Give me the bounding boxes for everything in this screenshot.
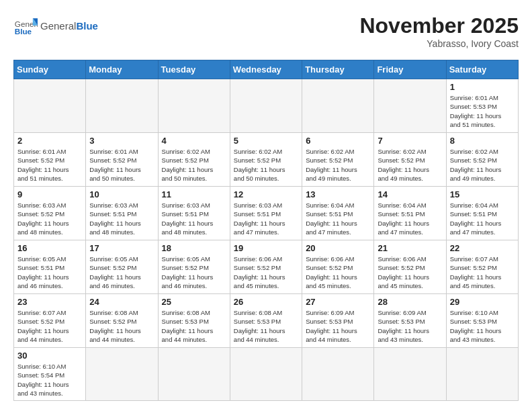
day-info: Sunrise: 6:05 AM Sunset: 5:52 PM Dayligh… <box>162 255 226 290</box>
calendar-day-cell <box>374 79 446 133</box>
day-number: 3 <box>89 136 154 146</box>
day-number: 8 <box>450 136 515 146</box>
day-info: Sunrise: 6:02 AM Sunset: 5:52 PM Dayligh… <box>162 147 226 183</box>
day-number: 26 <box>234 297 298 307</box>
calendar-day-cell: 24Sunrise: 6:08 AM Sunset: 5:52 PM Dayli… <box>86 294 158 348</box>
calendar-day-cell <box>302 348 374 401</box>
calendar-day-cell <box>14 79 86 133</box>
day-info: Sunrise: 6:02 AM Sunset: 5:52 PM Dayligh… <box>450 147 515 183</box>
day-info: Sunrise: 6:09 AM Sunset: 5:53 PM Dayligh… <box>306 308 370 344</box>
day-info: Sunrise: 6:08 AM Sunset: 5:53 PM Dayligh… <box>162 308 226 344</box>
day-number: 1 <box>450 82 515 92</box>
day-header-sunday: Sunday <box>14 60 86 79</box>
calendar-day-cell: 2Sunrise: 6:01 AM Sunset: 5:52 PM Daylig… <box>14 133 86 187</box>
calendar-day-cell: 26Sunrise: 6:08 AM Sunset: 5:53 PM Dayli… <box>230 294 302 348</box>
day-info: Sunrise: 6:02 AM Sunset: 5:52 PM Dayligh… <box>234 147 298 183</box>
calendar-week-row: 1Sunrise: 6:01 AM Sunset: 5:53 PM Daylig… <box>14 79 519 133</box>
day-info: Sunrise: 6:02 AM Sunset: 5:52 PM Dayligh… <box>378 147 442 183</box>
calendar-day-cell: 29Sunrise: 6:10 AM Sunset: 5:53 PM Dayli… <box>446 294 518 348</box>
calendar-day-cell <box>302 79 374 133</box>
day-number: 21 <box>378 243 442 253</box>
day-number: 22 <box>450 243 515 253</box>
calendar-day-cell: 6Sunrise: 6:02 AM Sunset: 5:52 PM Daylig… <box>302 133 374 187</box>
day-info: Sunrise: 6:03 AM Sunset: 5:51 PM Dayligh… <box>89 201 154 236</box>
day-info: Sunrise: 6:06 AM Sunset: 5:52 PM Dayligh… <box>306 255 370 290</box>
day-number: 23 <box>17 297 82 307</box>
calendar-day-cell: 22Sunrise: 6:07 AM Sunset: 5:52 PM Dayli… <box>446 240 518 294</box>
day-number: 15 <box>450 189 515 199</box>
day-number: 12 <box>234 189 298 199</box>
calendar-day-cell: 9Sunrise: 6:03 AM Sunset: 5:52 PM Daylig… <box>14 187 86 240</box>
day-info: Sunrise: 6:07 AM Sunset: 5:52 PM Dayligh… <box>17 308 82 344</box>
calendar-day-cell: 20Sunrise: 6:06 AM Sunset: 5:52 PM Dayli… <box>302 240 374 294</box>
calendar-week-row: 30Sunrise: 6:10 AM Sunset: 5:54 PM Dayli… <box>14 348 519 401</box>
calendar-day-cell: 13Sunrise: 6:04 AM Sunset: 5:51 PM Dayli… <box>302 187 374 240</box>
day-number: 13 <box>306 189 370 199</box>
calendar-day-cell: 15Sunrise: 6:04 AM Sunset: 5:51 PM Dayli… <box>446 187 518 240</box>
calendar-day-cell: 8Sunrise: 6:02 AM Sunset: 5:52 PM Daylig… <box>446 133 518 187</box>
day-number: 7 <box>378 136 442 146</box>
logo-blue: Blue <box>76 20 98 32</box>
calendar-day-cell: 23Sunrise: 6:07 AM Sunset: 5:52 PM Dayli… <box>14 294 86 348</box>
day-number: 29 <box>450 297 515 307</box>
calendar-day-cell: 4Sunrise: 6:02 AM Sunset: 5:52 PM Daylig… <box>158 133 230 187</box>
calendar-week-row: 2Sunrise: 6:01 AM Sunset: 5:52 PM Daylig… <box>14 133 519 187</box>
calendar-day-cell <box>158 348 230 401</box>
day-number: 11 <box>162 189 226 199</box>
day-number: 4 <box>162 136 226 146</box>
calendar-day-cell: 14Sunrise: 6:04 AM Sunset: 5:51 PM Dayli… <box>374 187 446 240</box>
calendar-day-cell: 17Sunrise: 6:05 AM Sunset: 5:52 PM Dayli… <box>86 240 158 294</box>
day-number: 5 <box>234 136 298 146</box>
calendar-day-cell: 7Sunrise: 6:02 AM Sunset: 5:52 PM Daylig… <box>374 133 446 187</box>
calendar-header-row: SundayMondayTuesdayWednesdayThursdayFrid… <box>14 60 519 79</box>
day-info: Sunrise: 6:08 AM Sunset: 5:53 PM Dayligh… <box>234 308 298 344</box>
day-number: 14 <box>378 189 442 199</box>
day-info: Sunrise: 6:01 AM Sunset: 5:53 PM Dayligh… <box>450 93 515 129</box>
day-info: Sunrise: 6:02 AM Sunset: 5:52 PM Dayligh… <box>306 147 370 183</box>
day-info: Sunrise: 6:08 AM Sunset: 5:52 PM Dayligh… <box>89 308 154 344</box>
calendar-day-cell: 10Sunrise: 6:03 AM Sunset: 5:51 PM Dayli… <box>86 187 158 240</box>
day-header-tuesday: Tuesday <box>158 60 230 79</box>
day-header-thursday: Thursday <box>302 60 374 79</box>
location-subtitle: Yabrasso, Ivory Coast <box>359 38 519 49</box>
day-header-wednesday: Wednesday <box>230 60 302 79</box>
calendar-day-cell: 21Sunrise: 6:06 AM Sunset: 5:52 PM Dayli… <box>374 240 446 294</box>
logo: General Blue GeneralBlue <box>13 13 98 38</box>
calendar-day-cell <box>230 79 302 133</box>
day-number: 27 <box>306 297 370 307</box>
calendar-day-cell: 1Sunrise: 6:01 AM Sunset: 5:53 PM Daylig… <box>446 79 518 133</box>
day-info: Sunrise: 6:07 AM Sunset: 5:52 PM Dayligh… <box>450 255 515 290</box>
day-info: Sunrise: 6:01 AM Sunset: 5:52 PM Dayligh… <box>17 147 82 183</box>
calendar-day-cell: 16Sunrise: 6:05 AM Sunset: 5:51 PM Dayli… <box>14 240 86 294</box>
calendar-table: SundayMondayTuesdayWednesdayThursdayFrid… <box>13 60 519 401</box>
logo-general: General <box>40 20 76 32</box>
day-header-saturday: Saturday <box>446 60 518 79</box>
calendar-day-cell: 19Sunrise: 6:06 AM Sunset: 5:52 PM Dayli… <box>230 240 302 294</box>
calendar-day-cell <box>446 348 518 401</box>
day-number: 2 <box>17 136 82 146</box>
day-number: 30 <box>17 351 82 361</box>
day-number: 24 <box>89 297 154 307</box>
day-number: 17 <box>89 243 154 253</box>
day-number: 10 <box>89 189 154 199</box>
month-title: November 2025 <box>359 13 519 38</box>
calendar-day-cell <box>374 348 446 401</box>
day-info: Sunrise: 6:05 AM Sunset: 5:51 PM Dayligh… <box>17 255 82 290</box>
calendar-week-row: 16Sunrise: 6:05 AM Sunset: 5:51 PM Dayli… <box>14 240 519 294</box>
calendar-day-cell <box>158 79 230 133</box>
day-info: Sunrise: 6:10 AM Sunset: 5:54 PM Dayligh… <box>17 362 82 398</box>
svg-text:Blue: Blue <box>15 27 32 36</box>
calendar-day-cell: 25Sunrise: 6:08 AM Sunset: 5:53 PM Dayli… <box>158 294 230 348</box>
calendar-day-cell <box>86 79 158 133</box>
calendar-day-cell: 11Sunrise: 6:03 AM Sunset: 5:51 PM Dayli… <box>158 187 230 240</box>
day-info: Sunrise: 6:04 AM Sunset: 5:51 PM Dayligh… <box>306 201 370 236</box>
day-number: 18 <box>162 243 226 253</box>
day-info: Sunrise: 6:05 AM Sunset: 5:52 PM Dayligh… <box>89 255 154 290</box>
day-info: Sunrise: 6:06 AM Sunset: 5:52 PM Dayligh… <box>234 255 298 290</box>
calendar-day-cell: 12Sunrise: 6:03 AM Sunset: 5:51 PM Dayli… <box>230 187 302 240</box>
calendar-day-cell: 27Sunrise: 6:09 AM Sunset: 5:53 PM Dayli… <box>302 294 374 348</box>
calendar-day-cell: 28Sunrise: 6:09 AM Sunset: 5:53 PM Dayli… <box>374 294 446 348</box>
day-info: Sunrise: 6:06 AM Sunset: 5:52 PM Dayligh… <box>378 255 442 290</box>
day-info: Sunrise: 6:04 AM Sunset: 5:51 PM Dayligh… <box>378 201 442 236</box>
day-info: Sunrise: 6:09 AM Sunset: 5:53 PM Dayligh… <box>378 308 442 344</box>
